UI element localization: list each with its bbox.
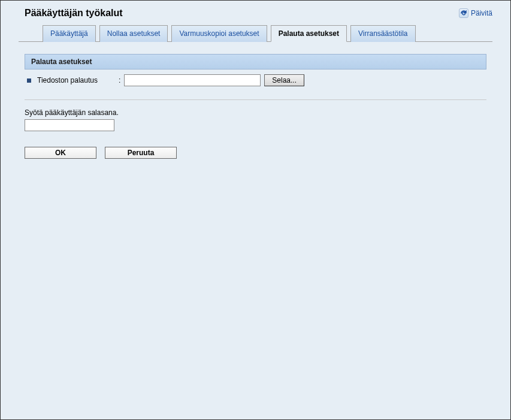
file-restore-label: Tiedoston palautus (37, 76, 115, 84)
app-frame: Pääkäyttäjän työkalut Päivitä Pääkäyttäj… (0, 0, 511, 420)
tab-backup-settings[interactable]: Varmuuskopioi asetukset (171, 25, 267, 42)
cancel-button[interactable]: Peruuta (105, 147, 177, 159)
refresh-label: Päivitä (471, 9, 492, 17)
tab-admin[interactable]: Pääkäyttäjä (43, 25, 96, 42)
bullet-icon (27, 78, 31, 83)
file-restore-label-text: Tiedoston palautus (37, 76, 98, 84)
browse-button[interactable]: Selaa... (264, 74, 304, 86)
ok-button[interactable]: OK (25, 147, 96, 159)
tab-restore-settings[interactable]: Palauta asetukset (271, 25, 347, 42)
tab-bar: Pääkäyttäjä Nollaa asetukset Varmuuskopi… (19, 25, 492, 42)
tab-power-save[interactable]: Virransäästötila (350, 25, 416, 42)
file-path-input[interactable] (124, 74, 261, 86)
password-input[interactable] (25, 119, 114, 131)
content-area: Palauta asetukset Tiedoston palautus : S… (1, 42, 510, 171)
refresh-link[interactable]: Päivitä (459, 8, 492, 18)
tab-reset-settings[interactable]: Nollaa asetukset (99, 25, 168, 42)
colon: : (119, 76, 120, 84)
header-row: Pääkäyttäjän työkalut Päivitä (1, 8, 510, 25)
divider (25, 99, 486, 100)
section-header: Palauta asetukset (25, 54, 486, 70)
page-title: Pääkäyttäjän työkalut (25, 8, 123, 19)
password-prompt: Syötä pääkäyttäjän salasana. (25, 108, 486, 117)
button-row: OK Peruuta (25, 147, 486, 159)
file-restore-row: Tiedoston palautus : Selaa... (25, 70, 486, 91)
refresh-icon (459, 8, 468, 18)
